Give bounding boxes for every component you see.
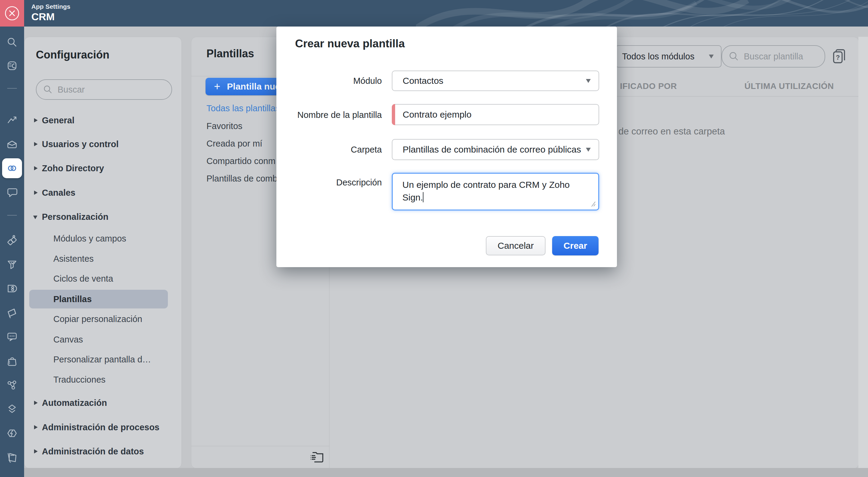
template-name-input[interactable]: Contrato ejemplo xyxy=(392,104,599,125)
chevron-right-icon xyxy=(34,118,38,122)
settings-sidebar: Configuración General Usuarios y control… xyxy=(24,37,182,469)
sidebar-title: Configuración xyxy=(36,49,110,61)
sidebar-item-personalizacion[interactable]: Personalización xyxy=(24,211,181,223)
share-nodes-icon[interactable] xyxy=(5,379,19,392)
create-button[interactable]: Crear xyxy=(552,236,598,256)
plus-icon: + xyxy=(214,82,220,91)
search-icon xyxy=(729,51,739,61)
empty-state-text: de correo en esta carpeta xyxy=(618,126,725,137)
feed-icon[interactable] xyxy=(5,185,19,199)
sidebar-search[interactable] xyxy=(36,79,172,100)
sidebar-item-traducciones[interactable]: Traducciones xyxy=(24,374,181,386)
sidebar-item-automatizacion[interactable]: Automatización xyxy=(24,397,181,409)
module-select[interactable]: Contactos xyxy=(392,70,599,91)
sidebar-item-administracion-de-procesos[interactable]: Administración de procesos xyxy=(24,421,181,433)
chevron-down-icon xyxy=(709,55,714,59)
close-icon xyxy=(4,5,20,21)
sidebar-item-ciclos-de-venta[interactable]: Ciclos de venta xyxy=(24,273,181,285)
chevron-right-icon xyxy=(34,190,38,195)
sidebar-item-asistentes[interactable]: Asistentes xyxy=(24,253,181,265)
chevron-right-icon xyxy=(34,166,38,170)
campaign-icon[interactable] xyxy=(5,306,19,319)
templates-title: Plantillas xyxy=(207,47,254,60)
svg-text:?: ? xyxy=(836,54,840,61)
module-label: Módulo xyxy=(276,75,382,87)
text-cursor xyxy=(423,192,424,202)
template-search-input[interactable] xyxy=(743,51,816,62)
modal-title: Crear nueva plantilla xyxy=(295,37,405,50)
description-label: Descripción xyxy=(276,176,382,188)
sidebar-item-administracion-de-datos[interactable]: Administración de datos xyxy=(24,445,181,457)
search-icon xyxy=(43,85,53,94)
chat-dots-icon[interactable] xyxy=(5,330,19,343)
decorative-waves xyxy=(416,0,868,27)
analytics-icon[interactable] xyxy=(5,113,19,127)
sidebar-item-modulos-y-campos[interactable]: Módulos y campos xyxy=(24,233,181,244)
commerce-icon[interactable] xyxy=(5,234,19,247)
resize-handle[interactable] xyxy=(589,201,596,207)
top-bar: App Settings CRM xyxy=(0,0,868,27)
description-textarea[interactable]: Un ejemplo de contrato para CRM y Zoho S… xyxy=(392,173,599,210)
sidebar-search-input[interactable] xyxy=(57,84,153,95)
bottom-divider xyxy=(191,446,329,446)
app-icon-rail xyxy=(0,27,24,477)
filter-icon[interactable] xyxy=(5,258,19,271)
sidebar-item-personalizar-pantalla[interactable]: Personalizar pantalla d… xyxy=(24,353,181,365)
layers-icon[interactable] xyxy=(5,403,19,416)
sidebar-item-copiar-personalizacion[interactable]: Copiar personalización xyxy=(24,313,181,325)
template-search[interactable] xyxy=(721,45,825,67)
rail-divider xyxy=(7,88,17,89)
chevron-down-icon xyxy=(586,148,591,152)
column-header-modificado-por[interactable]: IFICADO POR xyxy=(620,81,677,92)
sidebar-item-plantillas[interactable]: Plantillas xyxy=(24,293,181,305)
topbar-app-label: App Settings xyxy=(31,3,70,10)
chevron-right-icon xyxy=(34,401,38,405)
sidebar-item-zoho-directory[interactable]: Zoho Directory xyxy=(24,162,181,174)
chevron-right-icon xyxy=(34,449,38,453)
filter-link-plantillas-de-combinacion[interactable]: Plantillas de comb xyxy=(207,173,277,184)
sidebar-item-general[interactable]: General xyxy=(24,114,181,126)
close-settings-button[interactable] xyxy=(0,0,24,27)
required-field-marker xyxy=(392,104,395,125)
contacts-book-icon[interactable] xyxy=(5,59,19,72)
cancel-button[interactable]: Cancelar xyxy=(486,236,546,256)
chevron-right-icon xyxy=(34,142,38,146)
app-window: App Settings CRM xyxy=(0,0,868,477)
folder-list-icon[interactable] xyxy=(310,451,325,463)
hex-bolt-icon[interactable] xyxy=(5,427,19,440)
bag-icon[interactable] xyxy=(5,354,19,367)
filter-link-compartido-conmigo[interactable]: Compartido conm xyxy=(207,155,276,167)
module-filter-dropdown[interactable]: Todos los módulos xyxy=(615,45,721,67)
chevron-down-icon xyxy=(586,79,591,83)
folder-b-icon[interactable] xyxy=(5,281,19,295)
page-bottom-strip xyxy=(24,468,868,477)
filter-link-todas-las-plantillas[interactable]: Todas las plantillas xyxy=(207,102,280,114)
mail-icon[interactable] xyxy=(5,137,19,150)
chevron-right-icon xyxy=(34,425,38,429)
chevron-down-icon xyxy=(33,216,37,219)
filter-link-creada-por-mi[interactable]: Creada por mí xyxy=(207,138,262,150)
sidebar-item-canales[interactable]: Canales xyxy=(24,187,181,199)
filter-link-favoritos[interactable]: Favoritos xyxy=(207,120,242,132)
folder-label: Carpeta xyxy=(276,144,382,156)
knowledge-book-icon[interactable] xyxy=(5,451,19,464)
scrollbar-gutter[interactable] xyxy=(858,37,868,468)
sidebar-item-usuarios-y-control[interactable]: Usuarios y control xyxy=(24,138,181,150)
create-template-modal: Crear nueva plantilla Módulo Contactos N… xyxy=(276,27,617,267)
help-doc-icon[interactable]: ? xyxy=(832,49,846,64)
sidebar-item-canvas[interactable]: Canvas xyxy=(24,333,181,346)
integrations-link-icon[interactable] xyxy=(5,161,19,175)
column-header-ultima-utilizacion[interactable]: ÚLTIMA UTILIZACIÓN xyxy=(744,81,834,92)
rail-divider xyxy=(7,215,17,216)
search-icon[interactable] xyxy=(5,36,19,49)
folder-select[interactable]: Plantillas de combinación de correo públ… xyxy=(392,139,599,160)
template-name-label: Nombre de la plantilla xyxy=(276,109,382,121)
topbar-app-name: CRM xyxy=(31,11,55,23)
